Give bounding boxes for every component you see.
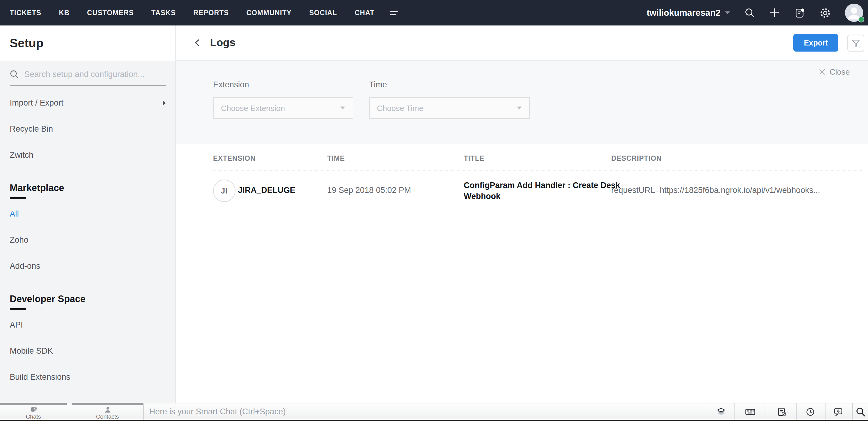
sidebar-item-label: All <box>10 209 19 218</box>
close-label: Close <box>830 67 850 76</box>
sidebar-item-zwitch[interactable]: Zwitch <box>0 142 176 168</box>
tasks-check-icon[interactable] <box>777 407 787 416</box>
extension-avatar: JI <box>213 180 236 202</box>
back-button[interactable] <box>191 36 204 50</box>
chats-tab-label: Chats <box>26 413 41 419</box>
nav-tickets[interactable]: TICKETS <box>10 9 41 17</box>
sidebar-item-label: Zoho <box>10 235 29 245</box>
extension-filter-label: Extension <box>213 80 353 89</box>
online-status-dot <box>858 17 864 23</box>
reply-bubble-icon[interactable] <box>833 407 843 416</box>
divider <box>735 403 735 420</box>
contacts-tab[interactable]: Contacts <box>72 403 143 420</box>
sidebar-item-label: Zwitch <box>10 151 33 160</box>
column-header-title: TITLE <box>464 155 485 162</box>
person-icon <box>103 406 112 413</box>
extension-filter-select[interactable]: Choose Extension <box>213 97 353 119</box>
sidebar-item-mobile-sdk[interactable]: Mobile SDK <box>0 338 176 364</box>
cell-extension: JIRA_DELUGE <box>238 186 295 195</box>
nav-tasks[interactable]: TASKS <box>151 9 176 17</box>
logs-main-panel: Logs Export Close Extension Choose Exten… <box>176 26 868 403</box>
close-icon <box>819 69 826 75</box>
smart-chat-bar: Chats Contacts <box>0 403 868 420</box>
time-filter-select[interactable]: Choose Time <box>369 97 530 119</box>
sidebar-item-import-export[interactable]: Import / Export <box>0 90 176 116</box>
select-placeholder: Choose Time <box>377 103 423 112</box>
sidebar-section-marketplace: Marketplace All Zoho Add-ons <box>0 183 176 279</box>
divider <box>825 403 826 420</box>
section-heading: Developer Space <box>0 294 176 310</box>
filter-funnel-icon <box>851 38 861 47</box>
sidebar-item-zoho[interactable]: Zoho <box>0 227 176 253</box>
sidebar-top-items: Import / Export Recycle Bin Zwitch <box>0 90 176 168</box>
sidebar-header: Setup <box>0 26 176 61</box>
filter-button[interactable] <box>847 34 864 51</box>
nav-customers[interactable]: CUSTOMERS <box>87 9 134 17</box>
sidebar-item-label: Build Extensions <box>10 373 70 382</box>
time-filter-field: Time Choose Time <box>369 80 530 119</box>
table-row[interactable]: JI JIRA_DELUGE 19 Sep 2018 05:02 PM Conf… <box>176 170 868 212</box>
sidebar-item-recycle-bin[interactable]: Recycle Bin <box>0 116 176 142</box>
layers-icon[interactable] <box>716 407 726 416</box>
divider <box>796 403 797 420</box>
setup-sidebar: Setup Import / Export Recycle Bin Zwitch… <box>0 26 176 403</box>
chevron-down-icon <box>725 11 730 14</box>
sidebar-item-add-ons[interactable]: Add-ons <box>0 253 176 279</box>
nav-reports[interactable]: REPORTS <box>193 9 229 17</box>
smart-chat-input[interactable] <box>149 403 695 420</box>
nav-chat[interactable]: CHAT <box>354 9 374 17</box>
screen-bottom-edge <box>0 420 868 421</box>
sidebar-item-build-extensions[interactable]: Build Extensions <box>0 364 176 390</box>
sidebar-item-all[interactable]: All <box>0 201 176 227</box>
divider <box>708 403 708 420</box>
keyboard-shortcuts-icon[interactable] <box>745 407 755 417</box>
sidebar-item-label: Mobile SDK <box>10 346 53 355</box>
filter-fields: Extension Choose Extension Time Choose T… <box>213 80 530 119</box>
section-heading: Marketplace <box>0 183 176 199</box>
divider <box>767 403 767 420</box>
sidebar-section-developer-space: Developer Space API Mobile SDK Build Ext… <box>0 294 176 390</box>
extension-filter-field: Extension Choose Extension <box>213 80 353 119</box>
history-clock-icon[interactable] <box>805 407 815 416</box>
chat-bubble-icon <box>29 406 37 413</box>
activity-feed-icon[interactable] <box>794 7 805 19</box>
column-header-extension: EXTENSION <box>213 155 255 162</box>
search-icon[interactable] <box>744 7 755 18</box>
sidebar-item-label: API <box>10 320 23 329</box>
logs-table: EXTENSION TIME TITLE DESCRIPTION JI JIRA… <box>176 144 868 403</box>
search-icon <box>10 70 19 79</box>
select-placeholder: Choose Extension <box>221 103 285 112</box>
time-filter-label: Time <box>369 80 530 89</box>
divider <box>143 403 144 420</box>
nav-community[interactable]: COMMUNITY <box>246 9 292 17</box>
filter-panel: Close Extension Choose Extension Time Ch… <box>176 61 868 144</box>
chevron-left-icon <box>192 38 203 48</box>
nav-social[interactable]: SOCIAL <box>309 9 337 17</box>
export-button[interactable]: Export <box>794 34 838 52</box>
sidebar-item-label: Add-ons <box>10 261 40 270</box>
sidebar-item-api[interactable]: API <box>0 312 176 338</box>
add-new-icon[interactable] <box>769 7 780 18</box>
chevron-right-icon <box>163 100 166 105</box>
setup-search-input[interactable] <box>24 70 166 79</box>
chevron-down-icon <box>517 106 522 110</box>
nav-kb[interactable]: KB <box>59 9 69 17</box>
cell-time: 19 Sep 2018 05:02 PM <box>327 186 411 195</box>
topbar-right-controls: twiliokumaresan2 <box>647 4 863 22</box>
settings-gear-icon[interactable] <box>819 7 831 19</box>
chevron-down-icon <box>340 106 345 110</box>
sidebar-item-label: Import / Export <box>10 98 63 107</box>
user-avatar[interactable] <box>845 4 863 22</box>
sidebar-item-label: Recycle Bin <box>10 124 53 133</box>
account-name: twiliokumaresan2 <box>647 8 720 18</box>
close-filters-button[interactable]: Close <box>819 67 850 76</box>
cell-description: requestURL=https://1825f6ba.ngrok.io/api… <box>611 186 854 195</box>
contacts-tab-label: Contacts <box>96 413 119 419</box>
more-menu-icon[interactable] <box>390 11 398 15</box>
account-menu[interactable]: twiliokumaresan2 <box>647 8 730 18</box>
search-icon[interactable] <box>856 407 866 417</box>
chats-tab[interactable]: Chats <box>0 403 67 420</box>
page-title: Logs <box>210 36 236 49</box>
topbar: TICKETS KB CUSTOMERS TASKS REPORTS COMMU… <box>0 0 868 26</box>
cell-title: ConfigParam Add Handler : Create Desk We… <box>464 180 620 202</box>
